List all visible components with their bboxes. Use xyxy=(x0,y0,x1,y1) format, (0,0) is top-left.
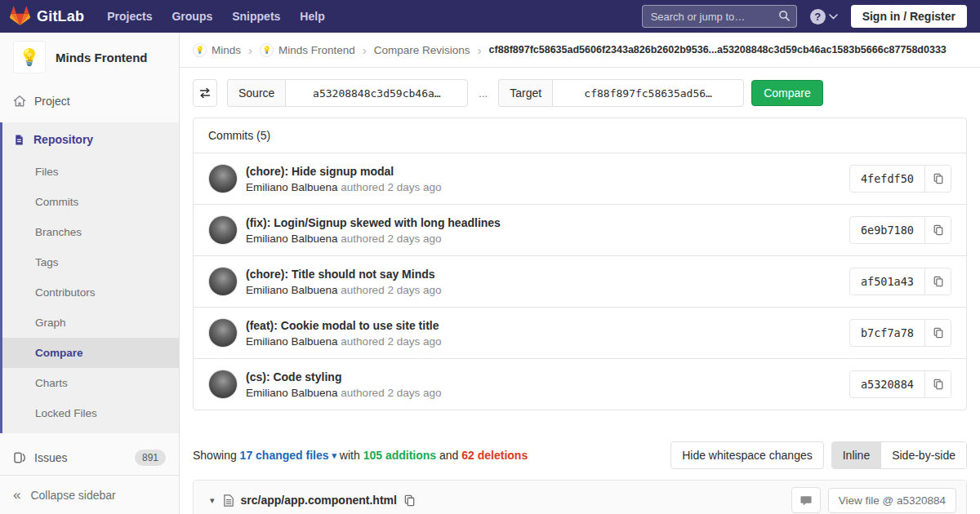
sidebar-item-locked-files[interactable]: Locked Files xyxy=(2,398,179,428)
repository-label: Repository xyxy=(33,133,93,146)
avatar[interactable] xyxy=(208,318,238,348)
minds-frontend-avatar: 💡 xyxy=(260,43,274,57)
sidebar-item-compare[interactable]: Compare xyxy=(2,338,179,368)
nav-help[interactable]: Help xyxy=(292,5,332,28)
source-ref-input[interactable] xyxy=(285,79,468,107)
compare-revisions-form: Source ... Target Compare xyxy=(180,68,980,117)
view-file-button[interactable]: View file @ a5320884 xyxy=(828,488,956,513)
sidebar-item-commits[interactable]: Commits xyxy=(2,187,179,217)
sidebar-item-contributors[interactable]: Contributors xyxy=(2,277,179,308)
copy-sha-button[interactable] xyxy=(924,371,951,397)
copy-icon xyxy=(933,327,944,339)
commit-sha[interactable]: 6e9b7180 xyxy=(850,217,924,243)
nav-projects[interactable]: Projects xyxy=(99,5,160,28)
with-label: with xyxy=(340,449,360,462)
inline-view-button[interactable]: Inline xyxy=(832,442,880,468)
breadcrumb-compare-revisions[interactable]: Compare Revisions xyxy=(374,44,470,56)
breadcrumb-compare-revisions-label: Compare Revisions xyxy=(374,44,470,56)
project-header[interactable]: 💡 Minds Frontend xyxy=(0,33,179,85)
nav-groups[interactable]: Groups xyxy=(163,5,220,28)
commits-panel-header: Commits (5) xyxy=(194,118,966,153)
collapse-diff-caret[interactable]: ▾ xyxy=(210,495,215,506)
nav-snippets[interactable]: Snippets xyxy=(224,5,288,28)
gitlab-logo[interactable]: GitLab xyxy=(10,7,84,26)
top-navbar: GitLab Projects Groups Snippets Help ? S… xyxy=(0,0,980,33)
copy-icon xyxy=(933,173,944,184)
changed-files-dropdown[interactable]: 17 changed files ▾ xyxy=(240,449,336,462)
commit-sha[interactable]: b7cf7a78 xyxy=(850,320,924,346)
commit-authored-time: authored 2 days ago xyxy=(341,387,441,399)
commit-author-link[interactable]: Emiliano Balbuena xyxy=(246,387,338,399)
copy-icon xyxy=(933,276,944,287)
global-search xyxy=(642,5,797,28)
commit-title-link[interactable]: (chore): Hide signup modal xyxy=(246,165,441,178)
comment-icon xyxy=(800,494,813,507)
sidebar-item-repository[interactable]: Repository xyxy=(2,122,179,157)
side-by-side-view-button[interactable]: Side-by-side xyxy=(880,442,966,468)
sidebar-item-files[interactable]: Files xyxy=(2,157,179,187)
diff-file-path[interactable]: src/app/app.component.html xyxy=(241,494,397,507)
swap-revisions-button[interactable] xyxy=(193,79,217,107)
commit-title-link[interactable]: (fix): Login/Signup skewed with long hea… xyxy=(246,216,501,229)
help-menu[interactable]: ? xyxy=(810,9,838,24)
chevron-down-icon xyxy=(829,14,838,20)
copy-sha-button[interactable] xyxy=(924,166,951,192)
commit-title-link[interactable]: (chore): Title should not say Minds xyxy=(246,268,441,281)
avatar[interactable] xyxy=(208,215,238,245)
avatar[interactable] xyxy=(208,370,238,399)
collapse-sidebar-button[interactable]: « Collapse sidebar xyxy=(0,475,179,514)
minds-avatar: 💡 xyxy=(193,43,207,57)
sign-in-register-button[interactable]: Sign in / Register xyxy=(851,5,967,28)
sidebar-item-issues[interactable]: Issues 891 xyxy=(0,441,179,474)
target-ref-input[interactable] xyxy=(552,79,744,107)
issues-count-badge: 891 xyxy=(135,450,166,466)
avatar[interactable] xyxy=(208,164,238,193)
sidebar-item-charts[interactable]: Charts xyxy=(2,368,179,398)
commit-sha-group: b7cf7a78 xyxy=(849,319,951,347)
collapse-icon: « xyxy=(13,488,20,502)
copy-sha-button[interactable] xyxy=(924,320,951,346)
breadcrumb-minds-frontend[interactable]: 💡 Minds Frontend xyxy=(260,43,355,57)
sidebar-item-graph[interactable]: Graph xyxy=(2,308,179,338)
copy-sha-button[interactable] xyxy=(924,217,951,243)
additions-count: 105 additions xyxy=(363,449,436,462)
home-icon xyxy=(13,95,26,108)
commit-row: (cs): Code styling Emiliano Balbuena aut… xyxy=(194,359,966,410)
breadcrumb-current-range: cf88f897fc58635ad5606f2343a826b2602b9536… xyxy=(489,44,947,55)
sidebar-item-branches[interactable]: Branches xyxy=(2,217,179,247)
commit-title-link[interactable]: (feat): Cookie modal to use site title xyxy=(246,319,441,332)
project-name: Minds Frontend xyxy=(56,51,148,64)
commit-author-link[interactable]: Emiliano Balbuena xyxy=(246,284,338,296)
commit-sha[interactable]: af501a43 xyxy=(850,268,924,295)
target-field-group: Target xyxy=(498,79,744,107)
search-input[interactable] xyxy=(642,5,797,28)
breadcrumb-minds[interactable]: 💡 Minds xyxy=(193,43,241,57)
copy-icon xyxy=(933,379,944,390)
commit-sha[interactable]: a5320884 xyxy=(850,371,924,397)
commit-title-link[interactable]: (cs): Code styling xyxy=(246,370,441,383)
commit-author-link[interactable]: Emiliano Balbuena xyxy=(246,233,338,245)
hide-whitespace-button[interactable]: Hide whitespace changes xyxy=(670,441,824,469)
commit-author-link[interactable]: Emiliano Balbuena xyxy=(246,335,338,348)
compare-button[interactable]: Compare xyxy=(751,80,823,106)
brand-name: GitLab xyxy=(37,8,84,25)
search-icon xyxy=(778,10,791,22)
commits-panel: Commits (5) (chore): Hide signup modal E… xyxy=(193,117,967,410)
document-icon xyxy=(13,134,25,146)
avatar[interactable] xyxy=(208,267,238,296)
project-avatar: 💡 xyxy=(13,41,46,73)
commit-author-link[interactable]: Emiliano Balbuena xyxy=(246,181,338,193)
sidebar-item-tags[interactable]: Tags xyxy=(2,247,179,277)
swap-icon xyxy=(198,86,212,100)
issues-label: Issues xyxy=(34,451,67,464)
copy-sha-button[interactable] xyxy=(924,268,951,295)
commit-sha-group: a5320884 xyxy=(849,370,951,398)
commit-sha[interactable]: 4fefdf50 xyxy=(850,166,924,192)
toggle-comments-button[interactable] xyxy=(791,487,821,513)
sidebar-item-project[interactable]: Project xyxy=(0,85,179,117)
commit-row: (chore): Hide signup modal Emiliano Balb… xyxy=(194,153,966,205)
collapse-label: Collapse sidebar xyxy=(30,489,115,502)
showing-label: Showing xyxy=(193,449,237,462)
main-content: 💡 Minds › 💡 Minds Frontend › Compare Rev… xyxy=(180,33,980,514)
copy-file-path-button[interactable] xyxy=(403,494,416,507)
